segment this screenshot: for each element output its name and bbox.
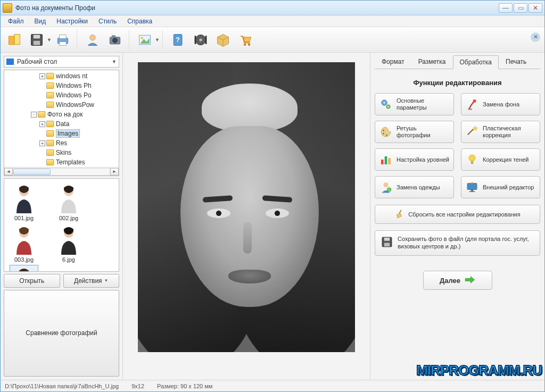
statusbar: D:\Прохо\11\Новая папка\jr7aBncHh_U.jpg … bbox=[1, 380, 544, 391]
toolbar-user-icon[interactable] bbox=[82, 29, 103, 51]
func-wand-button[interactable]: Пластическая коррекция bbox=[461, 121, 540, 143]
tree-item[interactable]: Images bbox=[5, 129, 119, 138]
svg-rect-17 bbox=[195, 36, 196, 44]
menu-settings[interactable]: Настройки bbox=[52, 16, 92, 26]
toolbar-help-icon[interactable]: ? bbox=[168, 29, 189, 51]
compare-button[interactable]: Сравнение фотографий bbox=[4, 290, 119, 377]
tree-twist-icon[interactable]: + bbox=[39, 140, 45, 146]
tree-item[interactable]: Windows Ph bbox=[5, 81, 119, 90]
tree-item[interactable]: Windows Po bbox=[5, 90, 119, 100]
svg-point-21 bbox=[244, 43, 246, 45]
tree-item[interactable]: +windows nt bbox=[5, 71, 119, 81]
toolbar-open-icon[interactable] bbox=[4, 29, 25, 51]
tree-item[interactable]: +Res bbox=[5, 138, 119, 148]
reset-button[interactable]: Сбросить все настройки редактирования bbox=[375, 205, 540, 224]
thumbnail-image bbox=[54, 223, 83, 255]
bars-icon bbox=[379, 153, 392, 166]
save-icon bbox=[381, 236, 393, 251]
func-person-button[interactable]: Замена одежды bbox=[375, 176, 454, 198]
tree-item[interactable]: +Data bbox=[5, 119, 119, 129]
wand-icon bbox=[466, 126, 478, 138]
broom-icon bbox=[394, 209, 404, 220]
toolbar-save-icon[interactable] bbox=[26, 29, 47, 51]
status-size: Размер: 90 x 120 мм bbox=[157, 383, 212, 389]
func-palette-button[interactable]: Ретушь фотографии bbox=[375, 121, 454, 143]
tree-label: windows nt bbox=[56, 72, 87, 80]
tree-label: Templates bbox=[56, 159, 85, 166]
scroll-track[interactable] bbox=[13, 168, 110, 176]
toolbar-separator bbox=[77, 30, 79, 49]
tree-twist-icon bbox=[39, 150, 45, 156]
save-file-button[interactable]: Сохранить фото в файл (для портала гос. … bbox=[375, 230, 540, 256]
tab-markup[interactable]: Разметка bbox=[411, 55, 453, 69]
func-lamp-button[interactable]: Замена фона bbox=[461, 93, 540, 115]
tree-label: Windows Ph bbox=[56, 82, 92, 89]
tree-item[interactable]: Skins bbox=[5, 148, 119, 157]
svg-rect-18 bbox=[205, 36, 207, 44]
toolbar-camera-icon[interactable] bbox=[104, 29, 126, 51]
scroll-left-icon[interactable]: ◄ bbox=[4, 168, 13, 176]
palette-icon bbox=[379, 126, 392, 138]
tab-processing[interactable]: Обработка bbox=[453, 55, 499, 69]
tree-item[interactable]: Templates bbox=[5, 157, 119, 167]
toolbar-image-icon[interactable] bbox=[134, 29, 155, 51]
tree-twist-icon[interactable]: + bbox=[39, 121, 45, 127]
func-label: Замена одежды bbox=[397, 184, 440, 191]
toolbar-close-round-icon[interactable]: ✕ bbox=[531, 32, 540, 42]
menu-file[interactable]: Файл bbox=[4, 16, 28, 26]
thumbnail-item[interactable]: 6.jpg bbox=[51, 223, 86, 263]
tree-hscroll[interactable]: ◄ ► bbox=[4, 167, 119, 176]
toolbar-print-icon[interactable] bbox=[52, 29, 73, 51]
svg-rect-4 bbox=[60, 35, 66, 38]
svg-rect-40 bbox=[381, 160, 384, 164]
menu-view[interactable]: Вид bbox=[30, 16, 51, 26]
body: Рабочий стол ▼ +windows ntWindows PhWind… bbox=[1, 53, 544, 380]
toolbar-package-icon[interactable] bbox=[212, 29, 234, 51]
tree-label: WindowsPow bbox=[56, 101, 94, 109]
tab-print[interactable]: Печать bbox=[499, 55, 533, 69]
svg-rect-34 bbox=[468, 109, 473, 110]
bulb-icon bbox=[466, 153, 478, 166]
tree-label: Windows Po bbox=[56, 91, 92, 99]
tabs: Формат Разметка Обработка Печать bbox=[375, 55, 540, 69]
svg-point-12 bbox=[141, 37, 143, 39]
left-panel: Рабочий стол ▼ +windows ntWindows PhWind… bbox=[1, 53, 123, 380]
app-icon bbox=[3, 3, 12, 13]
thumbnail-item[interactable]: 002.jpg bbox=[51, 182, 86, 221]
tree-twist-icon[interactable]: - bbox=[31, 112, 37, 118]
tree-label: Фото на док bbox=[47, 111, 82, 118]
tree-twist-icon[interactable]: + bbox=[39, 73, 45, 79]
toolbar-image-dropdown[interactable]: ▼ bbox=[155, 37, 159, 43]
tree-item[interactable]: WindowsPow bbox=[5, 100, 119, 110]
scroll-thumb[interactable] bbox=[13, 169, 51, 175]
thumbnail-item[interactable]: 001.jpg bbox=[6, 182, 42, 221]
toolbar-save-dropdown[interactable]: ▼ bbox=[47, 37, 51, 43]
open-button[interactable]: Открыть bbox=[4, 274, 60, 288]
photo-overlay bbox=[138, 62, 355, 352]
tree-body[interactable]: +windows ntWindows PhWindows PoWindowsPo… bbox=[4, 70, 119, 167]
thumbnail-item[interactable]: 9.jpg bbox=[6, 265, 42, 272]
func-label: Ретушь фотографии bbox=[397, 125, 449, 138]
close-button[interactable]: ✕ bbox=[529, 3, 542, 13]
photo-preview[interactable] bbox=[138, 62, 355, 352]
folder-tree: +windows ntWindows PhWindows PoWindowsPo… bbox=[4, 70, 119, 176]
menu-help[interactable]: Справка bbox=[123, 16, 156, 26]
func-monitor-button[interactable]: Внешний редактор bbox=[461, 176, 540, 198]
toolbar-video-icon[interactable] bbox=[190, 29, 211, 51]
actions-button[interactable]: Действия▼ bbox=[63, 274, 120, 288]
folder-icon bbox=[46, 73, 54, 79]
func-bulb-button[interactable]: Коррекция теней bbox=[461, 148, 540, 171]
maximize-button[interactable]: ▭ bbox=[514, 3, 527, 13]
func-bars-button[interactable]: Настройка уровней bbox=[375, 148, 454, 171]
next-button[interactable]: Далее bbox=[423, 271, 492, 290]
tree-item[interactable]: -Фото на док bbox=[5, 110, 119, 119]
minimize-button[interactable]: — bbox=[499, 3, 513, 13]
func-gears-button[interactable]: Основные параметры bbox=[375, 93, 454, 115]
menu-style[interactable]: Стиль bbox=[94, 16, 121, 26]
toolbar-cart-icon[interactable] bbox=[235, 29, 256, 51]
thumbnail-item[interactable]: 003.jpg bbox=[6, 223, 42, 263]
folder-combo[interactable]: Рабочий стол ▼ bbox=[4, 56, 119, 68]
thumbnail-caption: 001.jpg bbox=[6, 215, 42, 221]
scroll-right-icon[interactable]: ► bbox=[110, 168, 119, 176]
tab-format[interactable]: Формат bbox=[375, 55, 411, 69]
